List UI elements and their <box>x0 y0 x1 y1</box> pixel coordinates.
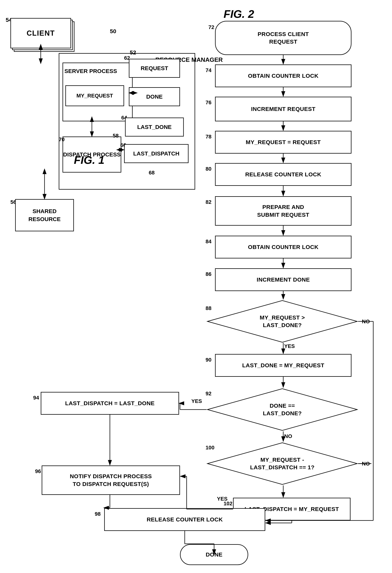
request-label: REQUEST <box>141 65 168 72</box>
node-96-label: NOTIFY DISPATCH PROCESSTO DISPATCH REQUE… <box>70 472 152 488</box>
node-done: DONE <box>180 544 248 565</box>
my-request-box: MY_REQUEST <box>65 85 124 106</box>
step-num-80: 80 <box>205 166 211 172</box>
node-92: DONE ==LAST_DONE? <box>206 388 358 431</box>
last-done-box: LAST_DONE <box>125 118 184 137</box>
node-72-label: PROCESS CLIENTREQUEST <box>258 30 309 46</box>
node-98-label: RELEASE COUNTER LOCK <box>147 516 223 523</box>
page: FIG. 2 54 50 CLIENT 52 RESOURCE MANAGER … <box>0 0 392 573</box>
node-72: PROCESS CLIENTREQUEST <box>215 21 351 55</box>
node-done-label: DONE <box>206 551 223 559</box>
label-yes-88: YES <box>284 343 295 349</box>
node-76: INCREMENT REQUEST <box>215 97 351 121</box>
label-50: 50 <box>110 28 116 35</box>
request-box: REQUEST <box>129 59 180 78</box>
step-num-74: 74 <box>205 67 211 73</box>
node-88: MY_REQUEST >LAST_DONE? <box>206 300 358 343</box>
shared-resource-label: SHARED RESOURCE <box>16 207 73 223</box>
node-90: LAST_DONE = MY_REQUEST <box>215 354 351 377</box>
label-no-100: NO <box>362 461 370 467</box>
node-82: PREPARE ANDSUBMIT REQUEST <box>215 196 351 226</box>
step-num-86: 86 <box>205 271 211 277</box>
node-74-label: OBTAIN COUNTER LOCK <box>248 72 319 80</box>
label-70: 70 <box>59 137 65 143</box>
done-label: DONE <box>146 93 163 100</box>
node-80-label: RELEASE COUNTER LOCK <box>245 171 321 179</box>
node-90-label: LAST_DONE = MY_REQUEST <box>242 362 324 369</box>
label-no-88: NO <box>362 319 370 325</box>
step-num-76: 76 <box>205 100 211 106</box>
label-no-92: NO <box>284 433 292 439</box>
node-80: RELEASE COUNTER LOCK <box>215 163 351 186</box>
node-78: MY_REQUEST = REQUEST <box>215 131 351 154</box>
my-request-label: MY_REQUEST <box>77 93 113 99</box>
node-86-label: INCREMENT DONE <box>257 276 310 284</box>
label-68: 68 <box>149 170 154 176</box>
label-52: 52 <box>130 49 136 56</box>
step-num-78: 78 <box>205 134 211 140</box>
node-98: RELEASE COUNTER LOCK <box>104 508 265 531</box>
step-num-94: 94 <box>33 395 39 401</box>
fig2-title: FIG. 2 <box>223 8 254 20</box>
node-96: NOTIFY DISPATCH PROCESSTO DISPATCH REQUE… <box>42 466 180 495</box>
step-num-96: 96 <box>35 468 41 474</box>
last-dispatch-label: LAST_DISPATCH <box>133 150 179 157</box>
node-76-label: INCREMENT REQUEST <box>251 105 315 113</box>
node-94: LAST_DISPATCH = LAST_DONE <box>41 392 179 415</box>
step-num-72: 72 <box>208 24 214 30</box>
last-dispatch-box: LAST_DISPATCH <box>124 144 188 163</box>
node-84: OBTAIN COUNTER LOCK <box>215 236 351 258</box>
label-58: 58 <box>113 133 119 139</box>
step-num-90: 90 <box>205 357 211 363</box>
client-box: CLIENT <box>10 18 71 48</box>
node-84-label: OBTAIN COUNTER LOCK <box>248 243 319 251</box>
step-num-82: 82 <box>205 199 211 205</box>
step-num-98: 98 <box>95 511 101 517</box>
client-label: CLIENT <box>27 29 55 37</box>
label-yes-92: YES <box>191 398 202 404</box>
node-100-label: MY_REQUEST -LAST_DISPATCH == 1? <box>250 456 314 471</box>
node-92-label: DONE ==LAST_DONE? <box>263 402 302 417</box>
node-100: MY_REQUEST -LAST_DISPATCH == 1? <box>206 442 358 485</box>
shared-resource-box: SHARED RESOURCE <box>15 199 74 231</box>
server-process-label: SERVER PROCESS <box>64 67 117 75</box>
done-box: DONE <box>129 87 180 106</box>
node-88-label: MY_REQUEST >LAST_DONE? <box>260 314 305 329</box>
fig1-title: FIG. 1 <box>74 154 104 166</box>
step-num-102: 102 <box>223 501 233 507</box>
last-done-label: LAST_DONE <box>137 124 172 130</box>
node-78-label: MY_REQUEST = REQUEST <box>246 138 321 146</box>
node-94-label: LAST_DISPATCH = LAST_DONE <box>65 399 154 407</box>
node-74: OBTAIN COUNTER LOCK <box>215 64 351 87</box>
node-86: INCREMENT DONE <box>215 268 351 291</box>
node-82-label: PREPARE ANDSUBMIT REQUEST <box>257 203 309 219</box>
step-num-84: 84 <box>205 238 211 245</box>
